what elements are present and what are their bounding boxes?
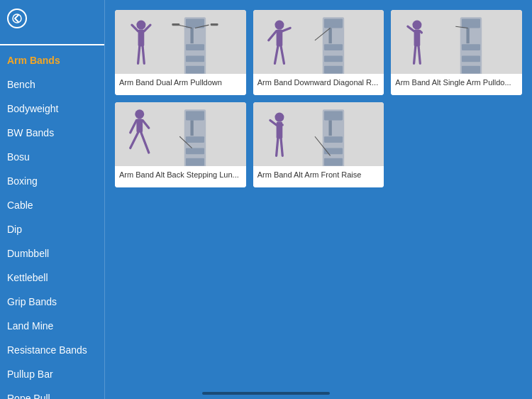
sidebar-item-cable[interactable]: Cable xyxy=(0,193,104,217)
svg-line-41 xyxy=(414,47,416,64)
svg-rect-4 xyxy=(186,44,204,50)
exercise-label: Arm Band Alt Single Arm Pulldo... xyxy=(391,74,522,95)
exercise-label: Arm Band Alt Arm Front Raise xyxy=(253,166,384,187)
svg-point-50 xyxy=(135,109,144,119)
sidebar-item-resistance-bands[interactable]: Resistance Bands xyxy=(0,338,104,362)
svg-rect-19 xyxy=(328,28,331,43)
sidebar-item-bw-bands[interactable]: BW Bands xyxy=(0,121,104,145)
sidebar-item-bosu[interactable]: Bosu xyxy=(0,145,104,169)
sidebar-item-dumbbell[interactable]: Dumbbell xyxy=(0,241,104,266)
svg-line-40 xyxy=(421,31,422,33)
exercise-card[interactable]: Arm Band Downward Diagonal R... xyxy=(253,10,384,95)
svg-rect-3 xyxy=(190,28,193,43)
svg-line-65 xyxy=(270,120,277,125)
svg-point-11 xyxy=(136,21,145,30)
sidebar-item-pullup-bar[interactable]: Pullup Bar xyxy=(0,362,104,386)
svg-point-37 xyxy=(413,21,422,30)
sidebar-item-bench[interactable]: Bench xyxy=(0,72,104,97)
svg-line-53 xyxy=(143,120,149,128)
main-content: Arm Band Dual Arm Pulldown Arm Band Down… xyxy=(105,0,532,399)
svg-line-27 xyxy=(282,28,290,31)
sidebar-item-land-mine[interactable]: Land Mine xyxy=(0,314,104,338)
svg-line-42 xyxy=(419,47,420,64)
exercise-image xyxy=(115,10,246,74)
exercise-image xyxy=(115,102,246,166)
svg-rect-57 xyxy=(324,111,343,120)
svg-line-67 xyxy=(276,139,277,156)
svg-rect-47 xyxy=(186,148,204,155)
svg-rect-33 xyxy=(462,44,480,50)
svg-rect-59 xyxy=(324,136,343,143)
sidebar-item-rope-pull[interactable]: Rope Pull xyxy=(0,386,104,399)
svg-rect-21 xyxy=(324,56,343,62)
sidebar: Arm BandsBenchBodyweightBW BandsBosuBoxi… xyxy=(0,0,105,399)
svg-rect-6 xyxy=(186,66,204,74)
svg-point-24 xyxy=(275,21,284,30)
exercise-image xyxy=(253,102,384,166)
svg-rect-34 xyxy=(462,56,480,62)
scroll-indicator xyxy=(202,392,330,395)
exercise-card[interactable]: Arm Band Alt Single Arm Pulldo... xyxy=(391,10,522,95)
sidebar-item-grip-bands[interactable]: Grip Bands xyxy=(0,290,104,314)
svg-line-55 xyxy=(141,133,149,153)
svg-rect-58 xyxy=(328,120,331,136)
sidebar-item-bodyweight[interactable]: Bodyweight xyxy=(0,97,104,121)
svg-line-54 xyxy=(131,133,138,148)
sidebar-item-dip[interactable]: Dip xyxy=(0,217,104,241)
sidebar-item-arm-bands[interactable]: Arm Bands xyxy=(0,48,104,72)
svg-rect-18 xyxy=(324,18,343,28)
svg-rect-46 xyxy=(186,136,204,143)
exercise-card[interactable]: Arm Band Alt Back Stepping Lun... xyxy=(115,102,246,187)
svg-rect-25 xyxy=(276,30,282,47)
svg-rect-31 xyxy=(462,18,480,28)
svg-rect-32 xyxy=(467,28,470,43)
svg-rect-5 xyxy=(186,56,204,62)
svg-line-28 xyxy=(275,47,277,64)
sidebar-title xyxy=(0,34,104,45)
exercise-image xyxy=(391,10,522,74)
svg-rect-45 xyxy=(190,120,193,136)
svg-line-15 xyxy=(138,47,140,64)
svg-rect-10 xyxy=(211,23,218,26)
svg-rect-61 xyxy=(324,158,343,166)
svg-rect-20 xyxy=(324,44,343,50)
exercise-label: Arm Band Alt Back Stepping Lun... xyxy=(115,166,246,187)
exercise-card[interactable]: Arm Band Dual Arm Pulldown xyxy=(115,10,246,95)
svg-line-26 xyxy=(268,31,276,40)
exercise-card[interactable]: Arm Band Alt Arm Front Raise xyxy=(253,102,384,187)
svg-rect-12 xyxy=(138,30,145,47)
exercise-grid: Arm Band Dual Arm Pulldown Arm Band Down… xyxy=(115,10,522,187)
svg-line-68 xyxy=(281,139,282,156)
back-button[interactable] xyxy=(0,0,104,34)
svg-line-29 xyxy=(281,47,284,64)
svg-point-63 xyxy=(275,113,284,122)
exercise-label: Arm Band Downward Diagonal R... xyxy=(253,74,384,95)
sidebar-item-kettlebell[interactable]: Kettlebell xyxy=(0,266,104,290)
exercise-image xyxy=(253,10,384,74)
svg-line-16 xyxy=(143,47,144,64)
svg-rect-48 xyxy=(186,158,204,166)
svg-rect-22 xyxy=(324,66,343,74)
exercise-label: Arm Band Dual Arm Pulldown xyxy=(115,74,246,95)
svg-line-52 xyxy=(131,120,137,132)
svg-rect-38 xyxy=(414,30,421,47)
svg-rect-9 xyxy=(172,23,179,26)
svg-rect-35 xyxy=(462,66,480,74)
sidebar-item-boxing[interactable]: Boxing xyxy=(0,169,104,193)
svg-rect-44 xyxy=(186,111,204,120)
back-icon[interactable] xyxy=(7,9,27,28)
